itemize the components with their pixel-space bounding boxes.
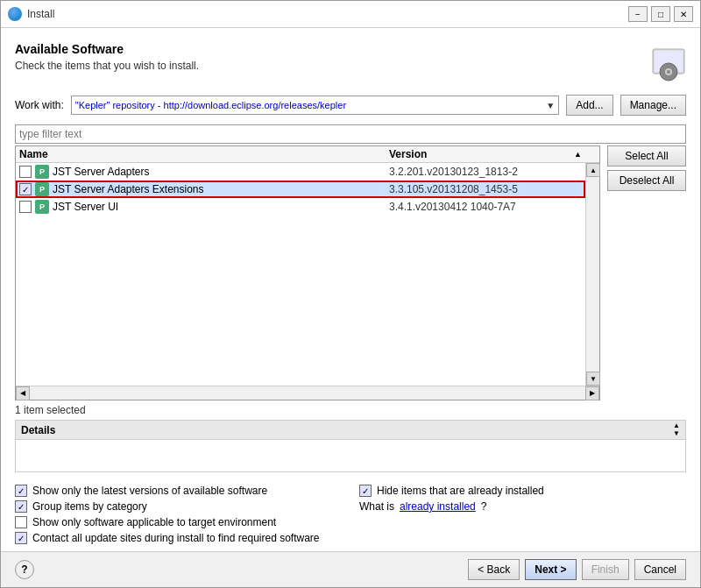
list-rows: P JST Server Adapters 3.2.201.v20130123_…: [16, 163, 585, 386]
options-col-right: ✓ Hide items that are already installed …: [359, 485, 686, 548]
details-header: Details ▲ ▼: [16, 421, 685, 440]
option-checkbox-1[interactable]: ✓: [15, 485, 27, 497]
next-button[interactable]: Next >: [525, 559, 576, 580]
list-header: Name Version ▲: [16, 146, 599, 163]
title-bar-left: Install: [8, 7, 54, 21]
option-row-2: ✓ Group items by category: [15, 500, 342, 513]
option-label-4: Contact all update sites during install …: [32, 532, 320, 544]
details-section: Details ▲ ▼: [15, 420, 686, 472]
already-installed-prefix: What is: [359, 500, 394, 513]
details-scroll-up[interactable]: ▲: [673, 422, 680, 429]
main-panel: Name Version ▲ P: [15, 145, 686, 400]
page-title: Available Software: [15, 42, 199, 56]
option-row-4: ✓ Contact all update sites during instal…: [15, 532, 342, 544]
option-row-1: ✓ Show only the latest versions of avail…: [15, 485, 342, 497]
bottom-buttons: < Back Next > Finish Cancel: [468, 559, 686, 580]
row-name-2: JST Server Adapters Extensions: [53, 183, 389, 195]
work-with-row: Work with: "Kepler" repository - http://…: [15, 95, 686, 116]
window-title: Install: [27, 8, 54, 20]
options-col-left: ✓ Show only the latest versions of avail…: [15, 485, 342, 548]
filter-row: [15, 124, 686, 144]
sort-icon: ▲: [574, 150, 582, 159]
selection-status: 1 item selected: [15, 404, 86, 416]
scroll-down-button[interactable]: ▼: [586, 372, 600, 386]
finish-button[interactable]: Finish: [582, 559, 629, 580]
work-with-label: Work with:: [15, 99, 64, 111]
details-label: Details: [21, 424, 55, 436]
option-checkbox-3[interactable]: [15, 516, 27, 528]
list-container: Name Version ▲ P: [15, 145, 600, 400]
details-body: [16, 440, 685, 471]
page-subtitle: Check the items that you wish to install…: [15, 60, 199, 72]
scroll-up-button[interactable]: ▲: [586, 163, 600, 177]
svg-point-4: [667, 70, 670, 74]
details-scroll-down[interactable]: ▼: [673, 430, 680, 437]
option-row-6: What is already installed ?: [359, 500, 686, 513]
option-label-3: Show only software applicable to target …: [32, 516, 276, 528]
horizontal-scrollbar[interactable]: ◀ ▶: [16, 386, 599, 400]
scroll-left-button[interactable]: ◀: [16, 386, 30, 400]
header-section: Available Software Check the items that …: [15, 42, 686, 84]
maximize-button[interactable]: □: [651, 6, 670, 22]
row-name-3: JST Server UI: [53, 201, 389, 213]
header-icon: [644, 42, 686, 84]
work-with-value: "Kepler" repository - http://download.ec…: [75, 100, 346, 110]
cancel-button[interactable]: Cancel: [634, 559, 686, 580]
option-row-3: Show only software applicable to target …: [15, 516, 342, 528]
header-text: Available Software Check the items that …: [15, 42, 199, 72]
option-checkbox-5[interactable]: ✓: [359, 485, 372, 497]
options-section: ✓ Show only the latest versions of avail…: [15, 481, 686, 551]
list-item[interactable]: P JST Server Adapters 3.2.201.v20130123_…: [16, 163, 585, 181]
row-checkbox-1[interactable]: [19, 166, 32, 178]
vertical-scrollbar[interactable]: ▲ ▼: [585, 163, 599, 386]
row-name-1: JST Server Adapters: [53, 166, 389, 178]
software-list: Name Version ▲ P: [15, 145, 600, 400]
already-installed-link[interactable]: already installed: [400, 500, 476, 513]
back-button[interactable]: < Back: [468, 559, 520, 580]
content-area: Available Software Check the items that …: [1, 28, 700, 551]
row-checkbox-3[interactable]: [19, 201, 32, 213]
option-checkbox-4[interactable]: ✓: [15, 532, 27, 544]
title-bar: Install − □ ✕: [1, 1, 700, 28]
option-label-1: Show only the latest versions of availab…: [32, 485, 267, 497]
window-controls: − □ ✕: [628, 6, 693, 22]
option-checkbox-2[interactable]: ✓: [15, 500, 27, 513]
row-version-1: 3.2.201.v20130123_1813-2: [389, 166, 582, 178]
options-columns: ✓ Show only the latest versions of avail…: [15, 485, 686, 548]
version-column-header: Version ▲: [389, 148, 582, 160]
side-buttons: Select All Deselect All: [607, 145, 686, 400]
deselect-all-button[interactable]: Deselect All: [607, 170, 686, 191]
install-window: Install − □ ✕ Available Software Check t…: [0, 0, 701, 588]
list-item[interactable]: P JST Server UI 3.4.1.v20130412 1040-7A7: [16, 198, 585, 216]
plugin-icon-2: P: [35, 182, 49, 196]
bottom-left: ?: [15, 560, 34, 579]
option-row-5: ✓ Hide items that are already installed: [359, 485, 686, 497]
scrollbar-placeholder: [582, 148, 596, 160]
details-scroll-buttons: ▲ ▼: [673, 422, 680, 437]
select-all-button[interactable]: Select All: [607, 145, 686, 166]
option-label-2: Group items by category: [32, 500, 147, 513]
list-item[interactable]: ✓ P JST Server Adapters Extensions 3.3.1…: [16, 181, 585, 198]
plugin-icon-1: P: [35, 165, 49, 179]
filter-input[interactable]: [15, 124, 686, 144]
option-label-5: Hide items that are already installed: [377, 485, 544, 497]
scroll-right-button[interactable]: ▶: [585, 386, 599, 400]
chevron-down-icon: ▼: [546, 101, 555, 110]
add-button[interactable]: Add...: [566, 95, 612, 116]
row-version-3: 3.4.1.v20130412 1040-7A7: [389, 201, 582, 213]
help-button[interactable]: ?: [15, 560, 34, 579]
name-column-header: Name: [19, 148, 389, 160]
bottom-bar: ? < Back Next > Finish Cancel: [1, 551, 700, 587]
status-bar: 1 item selected: [15, 400, 686, 420]
row-checkbox-2[interactable]: ✓: [19, 183, 32, 195]
row-version-2: 3.3.105.v20131208_1453-5: [389, 183, 582, 195]
already-installed-suffix: ?: [481, 500, 487, 513]
close-button[interactable]: ✕: [674, 6, 693, 22]
list-inner: P JST Server Adapters 3.2.201.v20130123_…: [16, 163, 599, 386]
plugin-icon-3: P: [35, 200, 49, 214]
eclipse-icon: [8, 7, 22, 21]
manage-button[interactable]: Manage...: [620, 95, 686, 116]
scroll-track[interactable]: [586, 177, 599, 372]
minimize-button[interactable]: −: [628, 6, 648, 22]
work-with-dropdown[interactable]: "Kepler" repository - http://download.ec…: [71, 96, 559, 115]
